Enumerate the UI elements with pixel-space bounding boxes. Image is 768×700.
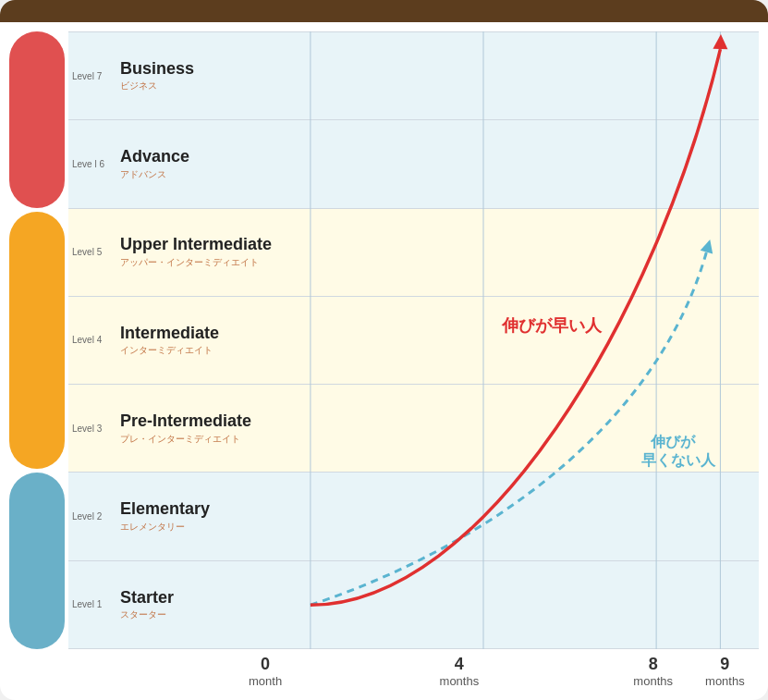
row-level-level1: Level 1 <box>68 599 118 609</box>
xaxis-num-8: 8 <box>633 655 673 674</box>
level-badges <box>9 31 65 649</box>
xaxis-label-0: 0month <box>249 655 282 688</box>
row-title-level2: Elementaryエレメンタリー <box>118 499 210 534</box>
page-title <box>0 0 768 22</box>
row-title-en-level6: Advance <box>120 147 189 167</box>
row-level-level5: Level 5 <box>68 247 118 257</box>
row-title-ja-level3: プレ・インターミディエイト <box>120 433 251 446</box>
grid-row-level7: Level 7Businessビジネス <box>68 31 759 120</box>
xaxis-unit-8: months <box>633 674 673 688</box>
row-title-level7: Businessビジネス <box>118 59 194 93</box>
row-title-ja-level2: エレメンタリー <box>120 521 210 534</box>
row-level-level3: Level 3 <box>68 424 118 434</box>
grid-row-level3: Level 3Pre-Intermediateプレ・インターミディエイト <box>68 385 759 473</box>
row-level-level2: Level 2 <box>68 511 118 522</box>
xaxis-num-0: 0 <box>249 655 282 674</box>
row-title-level3: Pre-Intermediateプレ・インターミディエイト <box>118 411 251 446</box>
badge-chukyu <box>9 212 65 468</box>
row-title-ja-level7: ビジネス <box>120 80 194 92</box>
row-title-ja-level4: インターミディエイト <box>120 344 219 357</box>
chart-area: Level 7BusinessビジネスLeve l 6AdvanceアドバンスL… <box>68 31 759 649</box>
row-title-ja-level6: アドバンス <box>120 168 189 181</box>
grid-rows: Level 7BusinessビジネスLeve l 6AdvanceアドバンスL… <box>68 31 759 649</box>
row-title-ja-level5: アッパー・インターミディエイト <box>120 256 272 269</box>
grid-row-level1: Level 1Starterスターター <box>68 561 759 649</box>
main-card: Level 7BusinessビジネスLeve l 6AdvanceアドバンスL… <box>0 0 768 700</box>
row-title-ja-level1: スターター <box>120 608 174 621</box>
main-content: Level 7BusinessビジネスLeve l 6AdvanceアドバンスL… <box>0 22 768 649</box>
xaxis-unit-4: months <box>440 674 480 688</box>
row-level-level6: Leve l 6 <box>68 159 118 169</box>
row-title-en-level2: Elementary <box>120 499 210 520</box>
row-title-en-level4: Intermediate <box>120 324 219 344</box>
row-title-level1: Starterスターター <box>118 588 174 622</box>
grid-row-level6: Leve l 6Advanceアドバンス <box>68 120 759 208</box>
row-title-en-level7: Business <box>120 59 194 80</box>
row-title-en-level1: Starter <box>120 588 174 608</box>
row-title-level5: Upper Intermediateアッパー・インターミディエイト <box>118 235 272 269</box>
row-title-level6: Advanceアドバンス <box>118 147 189 181</box>
grid-row-level4: Level 4Intermediateインターミディエイト <box>68 297 759 385</box>
badge-jokyu <box>9 31 65 208</box>
grid-row-level5: Level 5Upper Intermediateアッパー・インターミディエイト <box>68 209 759 297</box>
row-title-en-level5: Upper Intermediate <box>120 235 272 255</box>
row-title-en-level3: Pre-Intermediate <box>120 411 251 432</box>
xaxis-label-9: 9months <box>705 655 745 688</box>
badge-shokyu <box>9 473 65 649</box>
row-level-level7: Level 7 <box>68 71 118 81</box>
xaxis-label-8: 8months <box>633 655 673 688</box>
xaxis-num-9: 9 <box>705 655 745 674</box>
xaxis-num-4: 4 <box>440 655 480 674</box>
grid-row-level2: Level 2Elementaryエレメンタリー <box>68 473 759 560</box>
xaxis: 0month4months8months9months <box>0 649 768 700</box>
row-level-level4: Level 4 <box>68 335 118 345</box>
xaxis-label-4: 4months <box>440 655 480 688</box>
xaxis-labels: 0month4months8months9months <box>50 655 768 700</box>
xaxis-unit-0: month <box>249 674 282 688</box>
xaxis-unit-9: months <box>705 674 745 688</box>
row-title-level4: Intermediateインターミディエイト <box>118 324 219 358</box>
